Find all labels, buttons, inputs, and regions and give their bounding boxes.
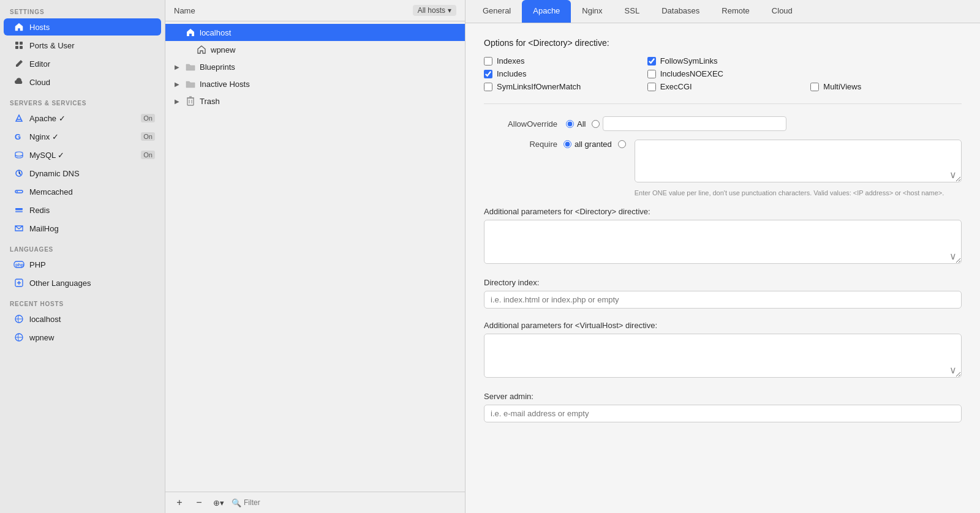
recent-wpnew-icon bbox=[13, 332, 24, 343]
sidebar-item-cloud[interactable]: Cloud bbox=[4, 73, 161, 91]
sidebar-item-dynamicdns[interactable]: Dynamic DNS bbox=[4, 165, 161, 182]
allow-override-custom-radio[interactable] bbox=[592, 120, 600, 128]
require-all-granted-radio[interactable] bbox=[564, 140, 571, 148]
tab-remote[interactable]: Remote bbox=[710, 0, 761, 23]
nginx-label: Nginx ✓ bbox=[29, 132, 136, 141]
option-execcgi: ExecCGI bbox=[647, 82, 799, 91]
allow-override-radio-group: All bbox=[566, 116, 786, 131]
tab-ssl[interactable]: SSL bbox=[614, 0, 651, 23]
multiviews-checkbox[interactable] bbox=[810, 83, 819, 91]
sidebar-item-ports-user[interactable]: Ports & User bbox=[4, 37, 161, 54]
all-hosts-dropdown[interactable]: All hosts ▾ bbox=[413, 5, 456, 16]
tab-databases[interactable]: Databases bbox=[650, 0, 710, 23]
blueprints-label: Blueprints bbox=[200, 62, 235, 72]
option-multiviews: MultiViews bbox=[810, 82, 962, 91]
svg-rect-7 bbox=[15, 190, 23, 193]
nginx-badge: On bbox=[141, 132, 155, 141]
require-custom-radio[interactable] bbox=[618, 140, 626, 148]
action-button[interactable]: ⊕▾ bbox=[212, 496, 225, 509]
svg-text:php: php bbox=[15, 262, 24, 268]
option-symlinksifownermatch: SymLinksIfOwnerMatch bbox=[484, 82, 635, 91]
expand-icon: ∨ bbox=[949, 364, 957, 376]
svg-rect-0 bbox=[15, 42, 18, 45]
tree-item-trash[interactable]: ▶ Trash bbox=[165, 92, 465, 110]
tree-item-blueprints[interactable]: ▶ Blueprints bbox=[165, 58, 465, 75]
sidebar-item-nginx[interactable]: G Nginx ✓ On bbox=[4, 128, 161, 145]
additional-params-dir-wrapper: ∨ bbox=[484, 220, 962, 266]
dynamicdns-label: Dynamic DNS bbox=[29, 169, 155, 178]
sidebar-item-php[interactable]: php PHP bbox=[4, 256, 161, 273]
cloud-icon bbox=[13, 77, 24, 88]
allow-override-custom-input[interactable] bbox=[603, 116, 786, 131]
tree-item-inactive-hosts[interactable]: ▶ Inactive Hosts bbox=[165, 75, 465, 92]
recent-wpnew-label: wpnew bbox=[29, 333, 155, 342]
tab-general[interactable]: General bbox=[472, 0, 522, 23]
recent-localhost-label: localhost bbox=[29, 315, 155, 324]
additional-params-vhost-label: Additional parameters for <VirtualHost> … bbox=[484, 321, 962, 330]
filter-search-icon: 🔍 bbox=[232, 498, 241, 507]
svg-rect-10 bbox=[15, 211, 23, 212]
sidebar-item-mailhog[interactable]: MailHog bbox=[4, 220, 161, 237]
file-tree-footer: + − ⊕▾ 🔍 bbox=[165, 492, 465, 513]
file-tree-name-col: Name bbox=[174, 6, 195, 15]
remove-button[interactable]: − bbox=[192, 496, 206, 509]
options-section-title: Options for <Directory> directive: bbox=[484, 38, 962, 48]
require-section: Require all granted ∨ Enter ONE value pe… bbox=[484, 140, 962, 198]
require-right: ∨ Enter ONE value per line, don't use pu… bbox=[635, 140, 962, 198]
redis-icon bbox=[13, 204, 24, 215]
house-small-icon bbox=[196, 44, 207, 55]
inactive-hosts-label: Inactive Hosts bbox=[200, 80, 250, 89]
includes-label: Includes bbox=[497, 69, 526, 78]
pencil-icon bbox=[13, 58, 24, 69]
sidebar-item-hosts[interactable]: Hosts bbox=[4, 18, 161, 36]
other-languages-label: Other Languages bbox=[29, 279, 155, 288]
symlinksifownermatch-checkbox[interactable] bbox=[484, 83, 492, 91]
tab-nginx[interactable]: Nginx bbox=[571, 0, 613, 23]
tree-item-wpnew[interactable]: wpnew bbox=[165, 41, 465, 58]
house-icon bbox=[185, 27, 196, 38]
includesnoexec-checkbox[interactable] bbox=[647, 70, 656, 78]
sidebar-item-memcached[interactable]: Memcached bbox=[4, 183, 161, 200]
allow-override-label: AllowOverride bbox=[484, 119, 557, 129]
require-custom-option bbox=[618, 140, 626, 148]
tab-cloud[interactable]: Cloud bbox=[761, 0, 804, 23]
add-button[interactable]: + bbox=[173, 496, 186, 509]
includes-checkbox[interactable] bbox=[484, 70, 492, 78]
chevron-down-icon: ▾ bbox=[448, 6, 451, 15]
require-input-wrapper: ∨ bbox=[635, 140, 962, 184]
mysql-icon bbox=[13, 149, 24, 160]
additional-params-dir-textarea[interactable] bbox=[484, 220, 962, 264]
sidebar-item-editor[interactable]: Editor bbox=[4, 55, 161, 72]
mailhog-label: MailHog bbox=[29, 224, 155, 233]
filter-input[interactable] bbox=[244, 498, 293, 507]
require-all-granted-option: all granted bbox=[564, 140, 612, 149]
svg-rect-1 bbox=[20, 42, 23, 45]
execcgi-checkbox[interactable] bbox=[647, 83, 656, 91]
sidebar-item-recent-localhost[interactable]: localhost bbox=[4, 310, 161, 328]
additional-params-vhost-textarea[interactable] bbox=[484, 334, 962, 378]
sidebar-item-apache[interactable]: Apache ✓ On bbox=[4, 110, 161, 127]
allow-override-all-radio[interactable] bbox=[566, 120, 574, 128]
sidebar-item-recent-wpnew[interactable]: wpnew bbox=[4, 329, 161, 346]
followsymlinks-checkbox[interactable] bbox=[647, 57, 656, 66]
other-languages-icon bbox=[13, 277, 24, 288]
indexes-checkbox[interactable] bbox=[484, 57, 492, 66]
tabs-bar: General Apache Nginx SSL Databases Remot… bbox=[466, 0, 980, 23]
file-tree-header: Name All hosts ▾ bbox=[165, 0, 465, 21]
svg-rect-9 bbox=[15, 208, 23, 210]
tree-item-localhost[interactable]: localhost bbox=[165, 24, 465, 41]
sidebar-item-mysql[interactable]: MySQL ✓ On bbox=[4, 146, 161, 163]
directory-index-input[interactable] bbox=[484, 291, 962, 309]
sidebar-item-other-languages[interactable]: Other Languages bbox=[4, 274, 161, 291]
server-admin-input[interactable] bbox=[484, 405, 962, 422]
apache-icon bbox=[13, 113, 24, 124]
option-indexes: Indexes bbox=[484, 56, 635, 66]
expand-icon: ∨ bbox=[949, 250, 957, 262]
tab-apache[interactable]: Apache bbox=[522, 0, 571, 23]
house-icon bbox=[13, 21, 24, 32]
file-tree-body: localhost wpnew ▶ Blueprints ▶ bbox=[165, 21, 465, 492]
php-label: PHP bbox=[29, 260, 155, 269]
require-textarea[interactable] bbox=[635, 140, 962, 182]
sidebar-item-redis[interactable]: Redis bbox=[4, 201, 161, 219]
dynamicdns-icon bbox=[13, 168, 24, 179]
